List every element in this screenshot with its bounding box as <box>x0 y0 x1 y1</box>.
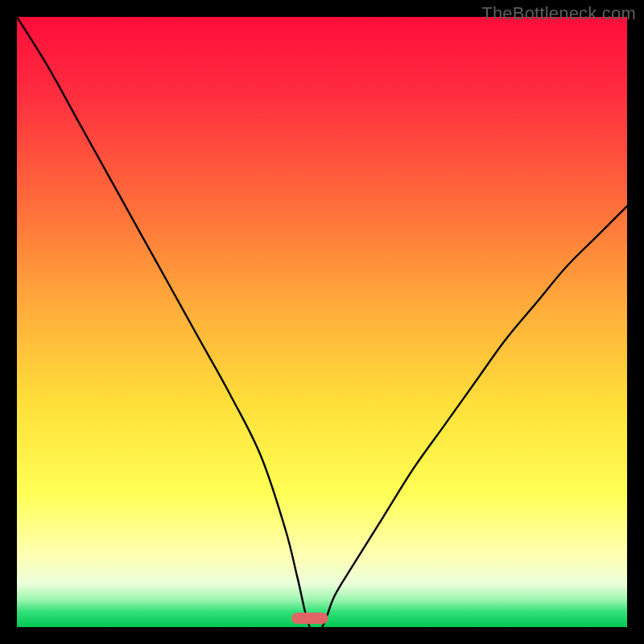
plot-area <box>17 17 627 627</box>
chart-svg <box>17 17 627 627</box>
minimum-marker <box>291 613 328 624</box>
svg-rect-0 <box>17 17 627 627</box>
chart-frame: TheBottleneck.com <box>0 0 644 644</box>
watermark-text: TheBottleneck.com <box>481 3 636 24</box>
